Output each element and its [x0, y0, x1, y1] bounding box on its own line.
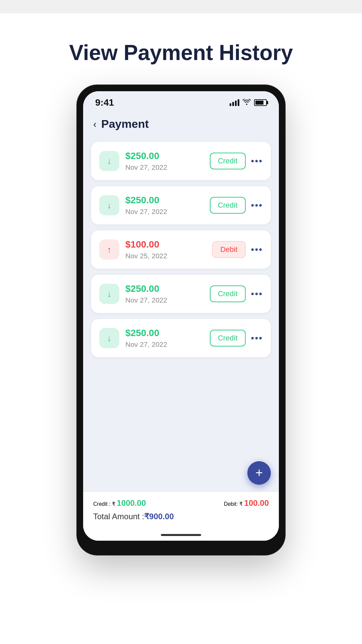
home-indicator: [83, 531, 279, 541]
transaction-details-3: $250.00 Nov 27, 2022: [125, 283, 204, 304]
bottom-summary: Credit : ₹ 1000.00 Debit: ₹ 100.00 Total…: [83, 491, 279, 531]
transaction-icon-4: ↓: [99, 328, 119, 348]
transaction-icon-3: ↓: [99, 284, 119, 304]
transaction-card: ↓ $250.00 Nov 27, 2022 Credit •••: [91, 142, 271, 180]
total-summary-row: Total Amount : ₹ 900.00: [93, 512, 269, 521]
status-bar: 9:41: [83, 91, 279, 111]
transaction-card: ↓ $250.00 Nov 27, 2022 Credit •••: [91, 319, 271, 357]
battery-icon: [254, 99, 267, 106]
total-value: 900.00: [149, 512, 174, 521]
transaction-icon-2: ↑: [99, 239, 119, 260]
transaction-icon-0: ↓: [99, 151, 119, 171]
phone-frame: 9:41: [77, 85, 285, 555]
plus-icon: +: [255, 466, 263, 479]
transaction-badge-4[interactable]: Credit: [210, 330, 246, 346]
transaction-actions-0: Credit •••: [210, 153, 263, 169]
transaction-badge-2[interactable]: Debit: [212, 241, 245, 258]
credit-summary-value: 1000.00: [117, 498, 146, 507]
debit-summary-label: Debit: ₹ 100.00: [224, 498, 269, 508]
status-icons: [230, 99, 267, 107]
transaction-date-4: Nov 27, 2022: [125, 340, 204, 348]
transaction-badge-1[interactable]: Credit: [210, 197, 246, 214]
transaction-badge-3[interactable]: Credit: [210, 285, 246, 302]
page-wrapper: View Payment History 9:41: [0, 13, 362, 644]
transaction-card: ↓ $250.00 Nov 27, 2022 Credit •••: [91, 275, 271, 313]
transaction-details-4: $250.00 Nov 27, 2022: [125, 328, 204, 348]
transaction-badge-0[interactable]: Credit: [210, 153, 246, 169]
screen-header: ‹ Payment: [83, 111, 279, 139]
transaction-details-0: $250.00 Nov 27, 2022: [125, 151, 204, 171]
debit-summary-value: 100.00: [244, 498, 269, 507]
transaction-date-1: Nov 27, 2022: [125, 208, 204, 216]
fab-area: +: [83, 461, 279, 488]
transaction-actions-1: Credit •••: [210, 197, 263, 214]
transaction-amount-3: $250.00: [125, 283, 204, 294]
transaction-amount-0: $250.00: [125, 151, 204, 161]
transaction-card: ↑ $100.00 Nov 25, 2022 Debit •••: [91, 230, 271, 269]
transaction-more-button-2[interactable]: •••: [251, 244, 263, 255]
transaction-more-button-0[interactable]: •••: [251, 156, 263, 166]
back-button[interactable]: ‹: [93, 118, 97, 130]
transaction-more-button-1[interactable]: •••: [251, 200, 263, 211]
transaction-date-0: Nov 27, 2022: [125, 163, 204, 171]
transaction-icon-1: ↓: [99, 195, 119, 215]
credit-summary-label: Credit : ₹ 1000.00: [93, 498, 146, 508]
transaction-actions-4: Credit •••: [210, 330, 263, 346]
add-payment-button[interactable]: +: [247, 461, 271, 485]
transaction-amount-1: $250.00: [125, 195, 204, 206]
transaction-actions-3: Credit •••: [210, 285, 263, 302]
credit-summary-row: Credit : ₹ 1000.00 Debit: ₹ 100.00: [93, 498, 269, 508]
signal-icon: [230, 99, 239, 106]
transaction-details-1: $250.00 Nov 27, 2022: [125, 195, 204, 216]
transaction-list: ↓ $250.00 Nov 27, 2022 Credit ••• ↓ $250…: [83, 139, 279, 458]
transaction-amount-2: $100.00: [125, 239, 206, 250]
screen-title: Payment: [101, 117, 149, 130]
transaction-card: ↓ $250.00 Nov 27, 2022 Credit •••: [91, 186, 271, 224]
total-currency: ₹: [144, 512, 149, 521]
transaction-more-button-3[interactable]: •••: [251, 288, 263, 299]
status-time: 9:41: [95, 97, 114, 108]
transaction-date-2: Nov 25, 2022: [125, 252, 206, 260]
transaction-more-button-4[interactable]: •••: [251, 333, 263, 343]
page-title: View Payment History: [69, 40, 293, 65]
transaction-details-2: $100.00 Nov 25, 2022: [125, 239, 206, 260]
total-label: Total Amount :: [93, 512, 144, 521]
transaction-actions-2: Debit •••: [212, 241, 263, 258]
phone-screen: 9:41: [83, 91, 279, 541]
wifi-icon: [243, 99, 251, 107]
transaction-date-3: Nov 27, 2022: [125, 296, 204, 304]
transaction-amount-4: $250.00: [125, 328, 204, 338]
home-bar: [161, 534, 201, 536]
